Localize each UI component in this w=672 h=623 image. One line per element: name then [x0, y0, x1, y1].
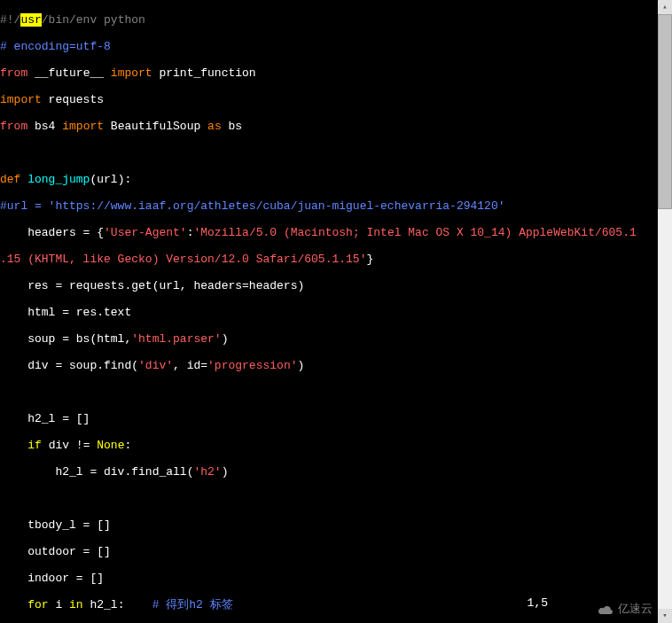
code-line: indoor = []	[0, 572, 672, 585]
code-line: from __future__ import print_function	[0, 66, 672, 80]
watermark: 亿速云	[597, 603, 652, 616]
code-line: h2_l = div.find_all('h2')	[0, 465, 672, 479]
code-line: div = soup.find('div', id='progression')	[0, 359, 672, 372]
cursor-position: 1,5	[527, 596, 548, 610]
code-line	[0, 146, 672, 160]
code-line: .15 (KHTML, like Gecko) Version/12.0 Saf…	[0, 253, 672, 266]
code-line: # encoding=utf-8	[0, 40, 672, 53]
code-line: headers = {'User-Agent':'Mozilla/5.0 (Ma…	[0, 226, 672, 239]
scrollbar-thumb[interactable]	[658, 14, 672, 209]
code-line: res = requests.get(url, headers=headers)	[0, 279, 672, 292]
code-line: html = res.text	[0, 306, 672, 319]
code-line: outdoor = []	[0, 545, 672, 558]
code-line: soup = bs(html,'html.parser')	[0, 332, 672, 346]
code-line	[0, 385, 672, 399]
code-line: from bs4 import BeautifulSoup as bs	[0, 120, 672, 133]
watermark-text: 亿速云	[618, 603, 652, 616]
scroll-up-button[interactable]: ▴	[658, 0, 672, 14]
code-line: def long_jump(url):	[0, 173, 672, 186]
code-line	[0, 492, 672, 505]
code-line: if div != None:	[0, 439, 672, 452]
code-line: #!/usr/bin/env python	[0, 13, 672, 27]
scrollbar-track[interactable]: ▴ ▾	[658, 0, 672, 623]
code-line: tbody_l = []	[0, 518, 672, 532]
scroll-down-button[interactable]: ▾	[658, 609, 672, 623]
code-line: #url = 'https://www.iaaf.org/athletes/cu…	[0, 199, 672, 213]
code-line: h2_l = []	[0, 412, 672, 425]
code-editor[interactable]: #!/usr/bin/env python # encoding=utf-8 f…	[0, 0, 672, 623]
search-highlight: usr	[20, 13, 41, 27]
cloud-icon	[597, 604, 614, 616]
code-line: import requests	[0, 93, 672, 106]
code-line: for i in h2_l: # 得到h2 标签	[0, 598, 672, 611]
